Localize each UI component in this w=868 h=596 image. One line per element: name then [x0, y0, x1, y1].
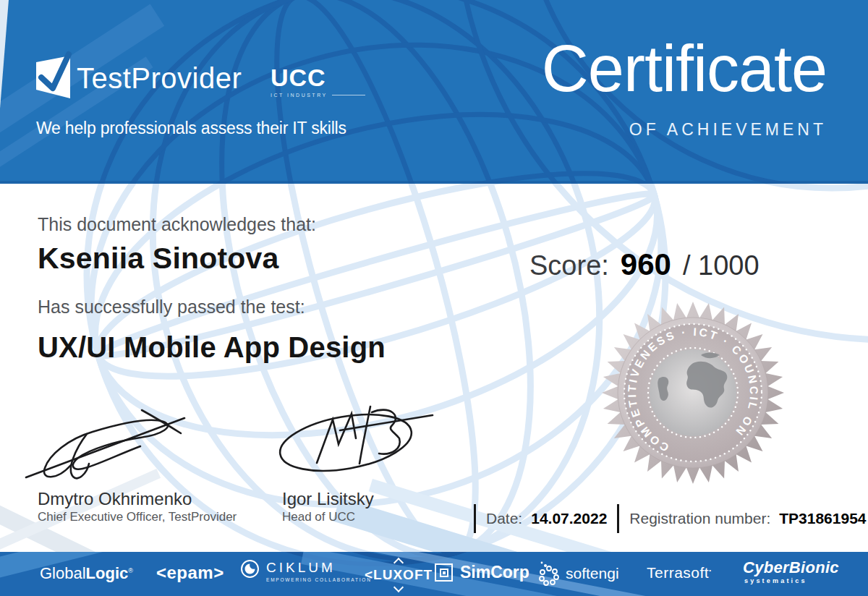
ciklum-tagline: EMPOWERING COLLABORATION	[266, 577, 372, 582]
ucc-logo-line	[332, 95, 365, 95]
globallogic-reg-mark: ®	[128, 567, 133, 574]
ciklum-icon	[240, 559, 260, 579]
meta-row: Date: 14.07.2022 Registration number: TP…	[474, 504, 867, 533]
globallogic-regular: Global	[40, 564, 86, 582]
epam-logo: <epam>	[156, 563, 224, 583]
luxoft-logo: <LUXOFT	[365, 567, 433, 583]
globallogic-logo: GlobalLogic®	[40, 564, 133, 583]
luxoft-caret-up-icon	[393, 558, 404, 568]
ciklum-logo: CIKLUM EMPOWERING COLLABORATION	[240, 559, 372, 582]
date-label: Date:	[486, 510, 522, 527]
luxoft-bracket: <	[365, 567, 373, 582]
partner-logos-bar: GlobalLogic® <epam> CIKLUM EMPOWERING CO…	[0, 552, 868, 596]
brand-name: TestProvider	[77, 62, 242, 95]
registration-label: Registration number:	[629, 510, 770, 527]
acknowledge-label: This document acknowledges that:	[38, 214, 316, 235]
signer-2-name: Igor Lisitsky	[282, 489, 374, 509]
date-value: 14.07.2022	[531, 510, 607, 527]
signer-1-name: Dmytro Okhrimenko	[38, 489, 192, 509]
ict-council-seal: COMPETITIVENESS · ICT · COUNCIL ON	[592, 293, 795, 495]
cyberbionic-sub: systematics	[744, 577, 807, 584]
ucc-logo: UCC ICT INDUSTRY	[271, 65, 365, 98]
terrasoft-logo: Terrasoft•	[647, 564, 712, 582]
ciklum-name: CIKLUM	[266, 559, 372, 576]
passed-label: Has successfully passed the test:	[38, 297, 305, 318]
divider-bar	[617, 504, 619, 533]
divider-bar	[474, 504, 476, 533]
score-total: / 1000	[683, 250, 760, 281]
softengi-logo: softengi	[537, 561, 619, 587]
score-row: Score: 960 / 1000	[529, 247, 760, 282]
ucc-logo-subtext: ICT INDUSTRY	[271, 93, 328, 98]
certificate-of-achievement: TestProvider UCC ICT INDUSTRY We help pr…	[0, 0, 868, 596]
terrasoft-name: Terrasoft	[647, 564, 709, 581]
globallogic-bold: Logic	[86, 564, 129, 582]
signer-2-role: Head of UCC	[282, 510, 355, 524]
recipient-name: Kseniia Sinotova	[38, 242, 279, 276]
terrasoft-mark: •	[709, 567, 711, 574]
signer-1-role: Chief Executive Officer, TestProvider	[38, 510, 237, 524]
ucc-logo-text: UCC	[271, 65, 365, 90]
score-value: 960	[621, 247, 671, 282]
certificate-title: Certificate	[542, 32, 827, 107]
cyberbionic-name: CyberBionic	[743, 559, 839, 576]
simcorp-icon	[435, 563, 453, 582]
softengi-icon	[537, 561, 561, 587]
cyberbionic-logo: CyberBionic systematics	[743, 559, 839, 584]
test-name: UX/UI Mobile App Design	[38, 331, 386, 364]
softengi-name: softengi	[566, 565, 619, 582]
testprovider-checkmark-icon	[32, 51, 77, 104]
luxoft-name: LUXOFT	[373, 567, 433, 582]
signature-head-of-ucc	[269, 396, 443, 476]
registration-value: TP31861954	[779, 510, 866, 527]
luxoft-caret-down-icon	[393, 582, 404, 592]
signature-ceo	[20, 401, 201, 485]
certificate-subtitle: OF ACHIEVEMENT	[629, 120, 827, 140]
brand-tagline: We help professionals assess their IT sk…	[36, 119, 346, 138]
simcorp-name: SimCorp	[460, 563, 529, 582]
score-label: Score:	[529, 250, 609, 281]
simcorp-logo: SimCorp	[435, 563, 529, 582]
